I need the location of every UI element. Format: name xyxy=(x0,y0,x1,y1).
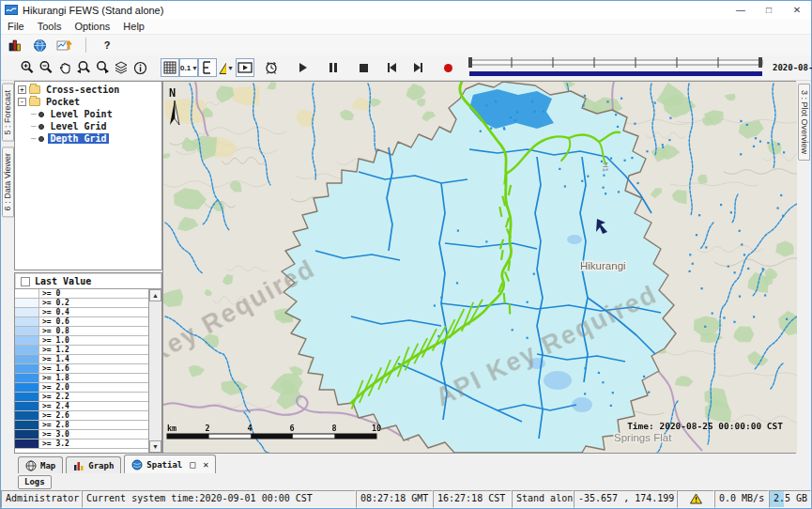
status-memory: 2.5 GB xyxy=(769,490,811,508)
maximize-button[interactable]: □ xyxy=(755,1,783,19)
tab-spatial[interactable]: Spatial □ ✕ xyxy=(124,455,216,473)
legend-row[interactable]: >= 0.4 xyxy=(15,308,148,317)
tab-forecast[interactable]: 5 : Forecast xyxy=(2,84,14,142)
legend-swatch xyxy=(15,402,39,410)
tab-map-label: Map xyxy=(40,461,55,470)
svg-text:4: 4 xyxy=(247,424,252,433)
thresholds-warning-dropdown[interactable]: ▼ xyxy=(217,58,236,77)
legend-label: >= 1.8 xyxy=(39,374,148,382)
logs-button[interactable]: Logs xyxy=(18,475,52,489)
tab-map[interactable]: Map xyxy=(18,456,63,473)
legend-swatch xyxy=(15,393,39,401)
tree-node-level-point[interactable]: ─ Level Point xyxy=(18,108,161,120)
tree-node-cross-section[interactable]: + Cross-section xyxy=(18,84,161,96)
tab-maximize-icon[interactable]: □ xyxy=(190,459,195,470)
legend-label: >= 0 xyxy=(39,289,148,298)
menu-options[interactable]: Options xyxy=(74,21,110,32)
tree-connector: ─ xyxy=(31,122,36,131)
pause-button[interactable] xyxy=(324,58,343,77)
status-gmt-time: 08:27:18 GMT xyxy=(356,490,433,508)
expander-icon[interactable]: + xyxy=(18,85,26,94)
legend-row[interactable]: >= 2.8 xyxy=(15,421,148,430)
tree-node-label: Cross-section xyxy=(44,85,121,95)
map-time-label: Time: 2020-08-25 00:00:00 CST xyxy=(627,421,783,431)
legend-scrollbar[interactable]: ▲ ▼ xyxy=(149,289,161,453)
skip-end-button[interactable] xyxy=(408,58,427,77)
map-view[interactable]: API Key Required API Key Required Hikura… xyxy=(162,81,796,454)
legend-table: >= 0>= 0.2>= 0.4>= 0.6>= 0.8>= 1.0>= 1.2… xyxy=(15,288,161,453)
legend-swatch xyxy=(15,421,39,429)
legend-row[interactable]: >= 1.2 xyxy=(15,346,148,355)
time-slider[interactable] xyxy=(467,56,767,79)
record-button[interactable] xyxy=(438,58,457,77)
last-value-checkbox[interactable] xyxy=(21,277,30,286)
classbreaks-dropdown[interactable]: 0.1 ▼ xyxy=(179,58,198,77)
legend-label: >= 2.8 xyxy=(39,421,148,429)
legend-label: >= 2.0 xyxy=(39,383,148,392)
legend-row[interactable]: >= 2.2 xyxy=(15,393,148,402)
tab-plot-overview[interactable]: 3 : Plot Overview xyxy=(798,84,810,161)
zoom-out-icon[interactable] xyxy=(37,58,55,77)
help-icon[interactable]: ? xyxy=(98,36,116,54)
map-toolbar: 0.1 ▼ ▼ xyxy=(1,55,811,81)
tree-node-pocket[interactable]: - Pocket xyxy=(18,96,161,108)
legend-row[interactable]: >= 2.6 xyxy=(15,411,148,421)
legend-row[interactable]: >= 2.0 xyxy=(15,383,148,393)
tree-node-label: Pocket xyxy=(44,97,82,107)
legend-row[interactable]: >= 0 xyxy=(15,289,148,299)
minimize-button[interactable]: — xyxy=(727,1,755,19)
animation-icon[interactable] xyxy=(236,58,254,77)
zoom-in-icon[interactable] xyxy=(18,58,37,77)
tree-node-depth-grid[interactable]: ─ Depth Grid xyxy=(18,132,161,145)
grid-display-icon[interactable] xyxy=(161,58,179,77)
menu-tools[interactable]: Tools xyxy=(38,21,62,32)
longitudinal-profile-icon[interactable] xyxy=(198,58,217,77)
legend-row[interactable]: >= 1.8 xyxy=(15,374,148,383)
legend-row[interactable]: >= 1.6 xyxy=(15,364,148,374)
scroll-up-icon[interactable]: ▲ xyxy=(149,289,161,301)
zoom-previous-icon[interactable] xyxy=(74,58,93,77)
legend-row[interactable]: >= 3.2 xyxy=(15,440,148,449)
database-icon[interactable] xyxy=(6,36,24,54)
globe-icon[interactable] xyxy=(30,36,49,54)
legend-row[interactable]: >= 3.0 xyxy=(15,430,148,440)
info-icon[interactable] xyxy=(130,58,149,77)
close-button[interactable]: ✕ xyxy=(783,1,811,19)
scroll-down-icon[interactable]: ▼ xyxy=(149,440,161,453)
menu-help[interactable]: Help xyxy=(123,21,145,32)
zoom-next-icon[interactable] xyxy=(93,58,112,77)
timeseries-export-icon[interactable] xyxy=(54,36,74,54)
tree-node-label-selected: Depth Grid xyxy=(48,133,108,144)
layers-icon[interactable] xyxy=(112,58,130,77)
timer-icon[interactable] xyxy=(262,58,281,77)
left-tab-strip: 5 : Forecast 6 : Data Viewer xyxy=(1,81,14,454)
legend-row[interactable]: >= 0.6 xyxy=(15,317,148,327)
toolbar-separator xyxy=(85,38,86,53)
app-window: Hikurangi FEWS (Stand alone) — □ ✕ File … xyxy=(0,0,812,509)
menu-file[interactable]: File xyxy=(8,21,24,32)
tree-connector: ─ xyxy=(31,134,36,144)
tree-connector: ─ xyxy=(31,110,36,119)
pan-hand-icon[interactable] xyxy=(55,58,74,77)
folder-icon xyxy=(29,98,40,106)
tab-graph[interactable]: Graph xyxy=(66,456,121,473)
legend-row[interactable]: >= 2.4 xyxy=(15,402,148,411)
expander-icon[interactable]: - xyxy=(18,98,26,106)
status-bar: Administrator Current system time:2020-0… xyxy=(1,490,811,508)
scroll-track[interactable] xyxy=(149,301,161,440)
legend-row[interactable]: >= 1.4 xyxy=(15,355,148,364)
tab-close-icon[interactable]: ✕ xyxy=(203,459,208,470)
legend-row[interactable]: >= 0.8 xyxy=(15,327,148,336)
legend-row[interactable]: >= 0.2 xyxy=(15,299,148,308)
legend-row[interactable]: >= 1.0 xyxy=(15,336,148,346)
stop-button[interactable] xyxy=(354,58,373,77)
skip-start-button[interactable] xyxy=(382,58,401,77)
tree-node-level-grid[interactable]: ─ Level Grid xyxy=(18,120,161,132)
legend-rows: >= 0>= 0.2>= 0.4>= 0.6>= 0.8>= 1.0>= 1.2… xyxy=(15,289,149,453)
logs-row: Logs xyxy=(1,473,811,490)
legend-swatch xyxy=(15,383,39,392)
tab-data-viewer[interactable]: 6 : Data Viewer xyxy=(2,147,14,217)
memory-text: 2.5 GB xyxy=(774,493,807,503)
status-warning-cell[interactable] xyxy=(677,490,714,508)
play-button[interactable] xyxy=(294,58,313,77)
